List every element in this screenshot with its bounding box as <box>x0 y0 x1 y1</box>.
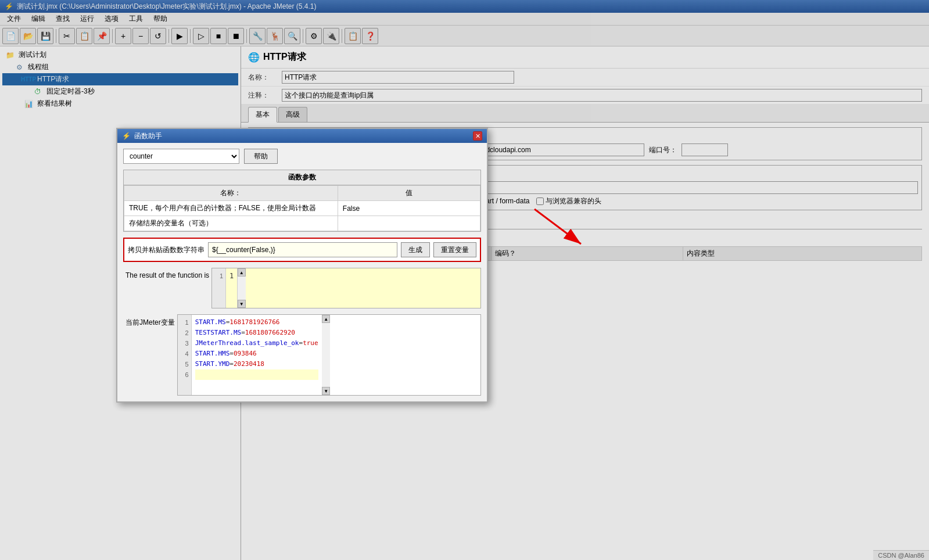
func-vars-section: 当前JMeter变量 1 2 3 4 5 6 START.MS=16817819… <box>123 314 481 396</box>
result-line-numbers: 1 <box>212 268 226 308</box>
reset-button[interactable]: 重置变量 <box>433 242 476 257</box>
dialog-title-text: 函数助手 <box>134 131 162 141</box>
dialog-body: counter __threadNum __time __Random __UU… <box>117 143 487 401</box>
var-line-4: START.HMS=093846 <box>195 349 318 359</box>
help-button[interactable]: 帮助 <box>244 149 278 164</box>
generate-button[interactable]: 生成 <box>401 242 430 257</box>
func-vars-label: 当前JMeter变量 <box>123 314 177 396</box>
param-name-2: 存储结果的变量名（可选） <box>124 216 338 231</box>
dialog-title: ⚡ 函数助手 <box>122 131 162 141</box>
func-string-row: 拷贝并粘贴函数数字符串 生成 重置变量 <box>123 238 481 262</box>
dialog-close-button[interactable]: ✕ <box>473 131 482 141</box>
func-top-row: counter __threadNum __time __Random __UU… <box>123 149 481 164</box>
func-params-title: 函数参数 <box>124 170 480 185</box>
function-select[interactable]: counter __threadNum __time __Random __UU… <box>123 149 239 164</box>
param-value-input-1[interactable] <box>338 201 480 216</box>
vars-scrollbar-track <box>322 323 330 387</box>
func-string-input[interactable] <box>208 242 397 257</box>
scrollbar-up-btn[interactable]: ▲ <box>238 268 246 277</box>
func-result-label: The result of the function is <box>123 268 211 308</box>
param-value-input-2[interactable] <box>338 216 480 231</box>
vars-scrollbar-up[interactable]: ▲ <box>322 315 330 323</box>
dialog-titlebar: ⚡ 函数助手 ✕ <box>117 129 487 143</box>
func-param-row-2: 存储结果的变量名（可选） <box>124 216 480 231</box>
scrollbar-track <box>238 277 246 300</box>
function-helper-dialog: ⚡ 函数助手 ✕ counter __threadNum __time __Ra… <box>116 128 488 403</box>
dialog-title-icon: ⚡ <box>122 132 131 140</box>
scrollbar-down-btn[interactable]: ▼ <box>238 300 246 308</box>
vars-scrollbar-down[interactable]: ▼ <box>322 387 330 395</box>
func-params-tbody: TRUE，每个用户有自己的计数器；FALSE，使用全局计数器 存储结果的变量名（… <box>124 201 480 231</box>
vars-content: START.MS=1681781926766 TESTSTART.MS=1681… <box>192 315 322 395</box>
var-line-5: START.YMD=20230418 <box>195 359 318 369</box>
func-result-area: 1 1 ▲ ▼ <box>211 268 481 308</box>
func-string-label: 拷贝并粘贴函数数字符串 <box>128 245 205 255</box>
var-line-1: START.MS=1681781926766 <box>195 317 318 328</box>
vars-scrollbar[interactable]: ▲ ▼ <box>322 315 330 395</box>
param-name-1: TRUE，每个用户有自己的计数器；FALSE，使用全局计数器 <box>124 201 338 216</box>
vars-line-numbers: 1 2 3 4 5 6 <box>178 315 192 395</box>
param-value-field-2[interactable] <box>343 220 475 228</box>
param-header-value: 值 <box>338 186 480 201</box>
result-scrollbar[interactable]: ▲ ▼ <box>237 268 245 308</box>
var-line-6 <box>195 369 318 380</box>
param-header-name: 名称： <box>124 186 338 201</box>
var-line-2: TESTSTART.MS=1681807662920 <box>195 328 318 338</box>
func-params-section: 函数参数 名称： 值 TRUE，每个用户有自己的计数器；FALSE，使用全局计数… <box>123 170 481 232</box>
result-content: 1 <box>226 268 237 308</box>
func-result-section: The result of the function is 1 1 ▲ ▼ <box>123 268 481 308</box>
var-line-3: JMeterThread.last_sample_ok=true <box>195 338 318 349</box>
func-params-table: 名称： 值 TRUE，每个用户有自己的计数器；FALSE，使用全局计数器 存储结… <box>124 185 480 231</box>
param-value-field-1[interactable] <box>343 204 475 213</box>
func-param-row-1: TRUE，每个用户有自己的计数器；FALSE，使用全局计数器 <box>124 201 480 216</box>
func-vars-area: 1 2 3 4 5 6 START.MS=1681781926766 TESTS… <box>177 314 481 396</box>
